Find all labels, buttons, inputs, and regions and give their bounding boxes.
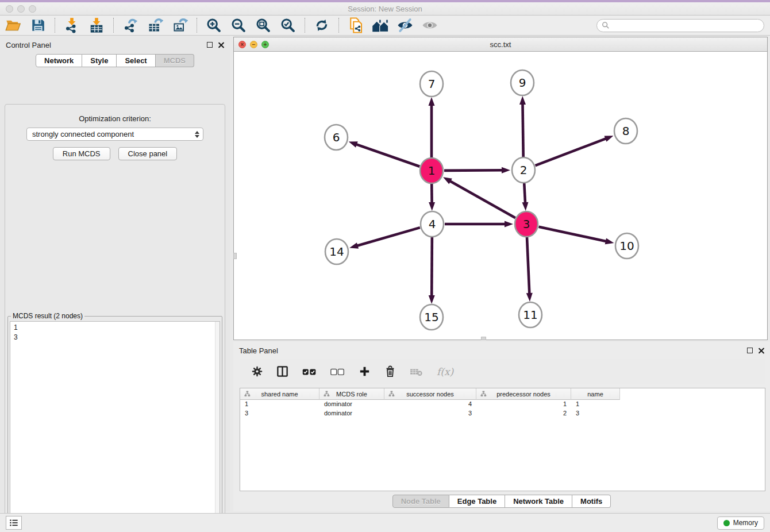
network-window-titlebar[interactable]: × − + scc.txt <box>234 37 767 52</box>
cell-shared-name[interactable]: 3 <box>240 409 319 418</box>
network-window-title: scc.txt <box>490 40 511 49</box>
column-header-successor-nodes[interactable]: successor nodes <box>384 388 476 400</box>
edge-1-2[interactable] <box>444 170 503 171</box>
column-header-name[interactable]: name <box>571 388 620 400</box>
delete-table-button-disabled[interactable] <box>409 366 424 377</box>
apply-layout-button[interactable] <box>313 17 330 34</box>
show-column-panel-button[interactable] <box>276 365 289 378</box>
hide-graphics-button[interactable] <box>396 17 414 34</box>
cell-predecessor-nodes[interactable]: 2 <box>476 409 571 418</box>
vertical-scroll-thumb[interactable] <box>233 253 237 259</box>
tab-node-table[interactable]: Node Table <box>392 495 449 508</box>
edge-2-8[interactable] <box>536 138 607 165</box>
plus-icon <box>358 365 371 378</box>
result-scrollbar[interactable] <box>215 322 220 530</box>
window-traffic-lights[interactable] <box>6 5 36 13</box>
import-table-icon <box>88 17 105 33</box>
eye-icon <box>421 17 438 34</box>
horizontal-scroll-thumb[interactable] <box>481 337 486 340</box>
window-close-button[interactable] <box>6 5 13 13</box>
cell-name[interactable]: 1 <box>571 400 620 409</box>
save-floppy-icon <box>30 18 45 33</box>
edge-4-14[interactable] <box>357 228 420 246</box>
float-panel-icon[interactable] <box>207 42 213 48</box>
zoom-in-button[interactable] <box>205 17 222 34</box>
memory-label: Memory <box>733 519 758 527</box>
optimization-criterion-select[interactable]: strongly connected component <box>26 128 203 141</box>
unselect-all-columns-button[interactable] <box>330 367 345 377</box>
search-icon <box>602 21 610 29</box>
search-input[interactable] <box>613 21 759 29</box>
zoom-out-button[interactable] <box>230 17 247 34</box>
tab-network[interactable]: Network <box>36 54 82 67</box>
edge-3-10[interactable] <box>538 227 606 242</box>
cell-successor-nodes[interactable]: 4 <box>384 400 476 409</box>
home-button[interactable] <box>372 17 389 34</box>
import-table-button[interactable] <box>88 17 105 34</box>
memory-button[interactable]: Memory <box>717 516 764 530</box>
import-network-button[interactable] <box>63 17 80 34</box>
window-minimize-button[interactable] <box>17 5 25 13</box>
column-header-predecessor-nodes[interactable]: predecessor nodes <box>476 388 571 400</box>
run-mcds-button[interactable]: Run MCDS <box>53 147 110 160</box>
zoom-in-icon <box>206 17 222 33</box>
network-close-button[interactable]: × <box>238 41 246 48</box>
tab-select[interactable]: Select <box>117 54 155 67</box>
cell-successor-nodes[interactable]: 3 <box>384 409 476 418</box>
mcds-result-text[interactable]: 1 3 <box>10 321 220 531</box>
trash-icon <box>384 365 396 378</box>
close-panel-button[interactable]: Close panel <box>118 147 178 160</box>
duplicate-network-button[interactable] <box>347 17 364 34</box>
tab-motifs[interactable]: Motifs <box>572 495 611 508</box>
cell-name[interactable]: 3 <box>571 409 620 418</box>
zoom-selected-button[interactable] <box>279 17 297 34</box>
export-image-button[interactable] <box>171 17 188 34</box>
window-zoom-button[interactable] <box>29 5 36 13</box>
edge-4-15[interactable] <box>432 237 432 296</box>
table-row[interactable]: 1dominator411 <box>240 400 765 409</box>
column-header-shared-name[interactable]: shared name <box>240 388 319 400</box>
task-history-button[interactable] <box>6 516 22 530</box>
show-graphics-button[interactable] <box>421 17 438 34</box>
table-body: 1dominator4113dominator323 <box>240 400 765 418</box>
edge-2-9[interactable] <box>522 103 523 157</box>
zoom-fit-button[interactable] <box>255 17 272 34</box>
edge-2-3[interactable] <box>524 183 525 203</box>
cell-MCDS-role[interactable]: dominator <box>319 400 384 409</box>
node-table[interactable]: shared nameMCDS rolesuccessor nodesprede… <box>240 388 765 491</box>
cell-shared-name[interactable]: 1 <box>240 400 319 409</box>
close-panel-icon[interactable] <box>218 42 224 48</box>
export-table-button[interactable] <box>147 17 164 34</box>
node-label-3: 3 <box>523 217 530 231</box>
tab-style[interactable]: Style <box>82 54 117 67</box>
search-field[interactable] <box>596 19 764 32</box>
edge-3-11[interactable] <box>527 237 529 294</box>
column-header-MCDS-role[interactable]: MCDS role <box>319 388 384 400</box>
network-canvas[interactable]: 1234678910111415 <box>234 52 767 340</box>
toolbar-separator <box>113 18 114 33</box>
float-table-panel-icon[interactable] <box>747 348 753 353</box>
tab-network-table[interactable]: Network Table <box>505 495 572 508</box>
function-builder-button-disabled[interactable]: f(x) <box>437 366 453 377</box>
window-titlebar: Session: New Session <box>0 2 770 16</box>
network-minimize-button[interactable]: − <box>250 41 257 48</box>
network-maximize-button[interactable]: + <box>261 41 269 48</box>
cell-MCDS-role[interactable]: dominator <box>319 409 384 418</box>
edge-3-1[interactable] <box>449 181 515 218</box>
close-table-panel-icon[interactable] <box>758 348 764 354</box>
open-session-button[interactable] <box>5 17 22 34</box>
export-network-button[interactable] <box>122 17 139 34</box>
cell-predecessor-nodes[interactable]: 1 <box>476 400 571 409</box>
zoom-fit-icon <box>255 17 271 33</box>
table-settings-button[interactable] <box>251 365 263 377</box>
select-all-columns-button[interactable] <box>302 367 317 377</box>
save-session-button[interactable] <box>29 17 47 34</box>
tab-edge-table[interactable]: Edge Table <box>449 495 505 508</box>
delete-column-button[interactable] <box>384 365 396 378</box>
checked-boxes-icon <box>302 367 317 377</box>
network-graph[interactable]: 1234678910111415 <box>234 52 767 340</box>
edge-1-6[interactable] <box>356 144 419 167</box>
table-row[interactable]: 3dominator323 <box>240 409 765 418</box>
tab-mcds[interactable]: MCDS <box>156 54 194 67</box>
create-column-button[interactable] <box>358 365 371 378</box>
